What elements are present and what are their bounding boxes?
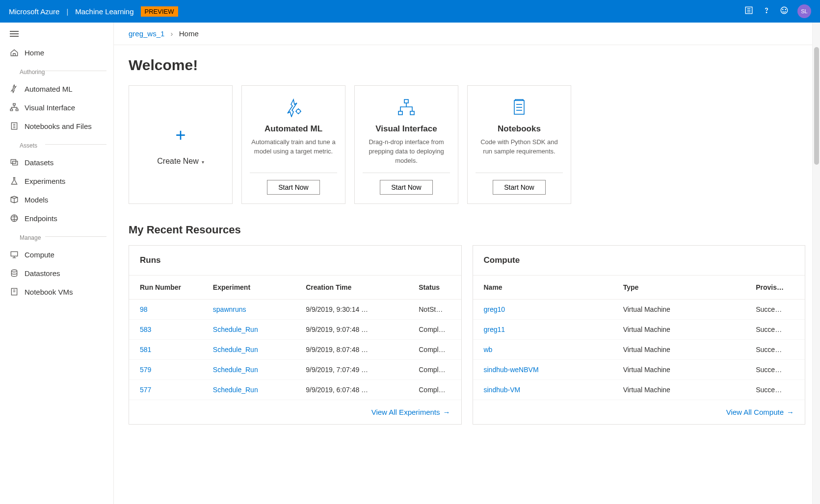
card-visual: Visual Interface Drag-n-drop interface f… bbox=[354, 85, 458, 204]
models-icon bbox=[10, 195, 19, 204]
col-run-number[interactable]: Run Number bbox=[129, 276, 202, 300]
feedback-icon[interactable] bbox=[780, 6, 789, 17]
creation-time-cell: 9/9/2019, 7:07:49 … bbox=[295, 359, 408, 379]
product-label[interactable]: Machine Learning bbox=[75, 7, 133, 16]
compute-prov-cell: Succe… bbox=[745, 319, 805, 339]
card-title: Automated ML bbox=[265, 124, 322, 134]
sidebar-item-notebooks-files[interactable]: Notebooks and Files bbox=[0, 117, 113, 135]
reader-icon[interactable] bbox=[744, 6, 753, 17]
table-row: sindhub-weNBVM Virtual Machine Succe… bbox=[473, 359, 805, 379]
compute-name-link[interactable]: sindhub-VM bbox=[484, 386, 521, 394]
scrollbar[interactable] bbox=[812, 23, 820, 504]
start-now-button[interactable]: Start Now bbox=[267, 180, 319, 195]
col-experiment[interactable]: Experiment bbox=[202, 276, 295, 300]
compute-type-cell: Virtual Machine bbox=[612, 379, 745, 400]
status-cell: Compl… bbox=[408, 359, 461, 379]
card-notebooks: Notebooks Code with Python SDK and run s… bbox=[467, 85, 571, 204]
sidebar-section-manage: Manage bbox=[0, 227, 113, 245]
col-provisioning[interactable]: Provis… bbox=[745, 276, 805, 300]
sidebar-item-label: Automated ML bbox=[25, 85, 73, 93]
table-row: 579 Schedule_Run 9/9/2019, 7:07:49 … Com… bbox=[129, 359, 461, 379]
avatar[interactable]: SL bbox=[797, 4, 811, 18]
sidebar-section-authoring: Authoring bbox=[0, 62, 113, 79]
sidebar-item-endpoints[interactable]: Endpoints bbox=[0, 209, 113, 227]
visual-icon bbox=[397, 98, 416, 117]
help-icon[interactable] bbox=[762, 6, 771, 17]
automl-icon bbox=[10, 84, 19, 93]
plus-icon: + bbox=[175, 126, 185, 144]
sidebar-item-experiments[interactable]: Experiments bbox=[0, 172, 113, 190]
breadcrumb-workspace[interactable]: greg_ws_1 bbox=[129, 29, 164, 38]
table-row: sindhub-VM Virtual Machine Succe… bbox=[473, 379, 805, 400]
sidebar-item-automl[interactable]: Automated ML bbox=[0, 79, 113, 98]
sidebar-item-label: Visual Interface bbox=[25, 103, 75, 112]
view-all-experiments-link[interactable]: View All Experiments→ bbox=[371, 408, 450, 416]
topbar: Microsoft Azure | Machine Learning PREVI… bbox=[0, 0, 820, 23]
compute-name-link[interactable]: greg11 bbox=[484, 326, 505, 333]
compute-name-cell: sindhub-weNBVM bbox=[473, 359, 612, 379]
status-cell: Compl… bbox=[408, 319, 461, 339]
start-now-button[interactable]: Start Now bbox=[493, 180, 545, 195]
compute-name-link[interactable]: greg10 bbox=[484, 305, 505, 313]
table-row: greg11 Virtual Machine Succe… bbox=[473, 319, 805, 339]
creation-time-cell: 9/9/2019, 9:07:48 … bbox=[295, 319, 408, 339]
experiment-link[interactable]: Schedule_Run bbox=[213, 346, 258, 353]
svg-rect-27 bbox=[404, 100, 408, 103]
svg-point-6 bbox=[783, 9, 783, 10]
sidebar-item-notebookvms[interactable]: Notebook VMs bbox=[0, 282, 113, 301]
notebookvms-icon bbox=[10, 287, 19, 296]
run-number-link[interactable]: 583 bbox=[140, 326, 151, 333]
recent-heading: My Recent Resources bbox=[129, 224, 805, 236]
visual-icon bbox=[10, 103, 19, 112]
compute-name-link[interactable]: wb bbox=[484, 346, 493, 353]
experiment-link[interactable]: Schedule_Run bbox=[213, 326, 258, 333]
sidebar-item-label: Home bbox=[25, 49, 44, 57]
sidebar-item-models[interactable]: Models bbox=[0, 190, 113, 209]
col-status[interactable]: Status bbox=[408, 276, 461, 300]
brand-label[interactable]: Microsoft Azure bbox=[9, 7, 59, 16]
compute-prov-cell: Succe… bbox=[745, 339, 805, 359]
run-number-cell: 577 bbox=[129, 379, 202, 400]
svg-point-22 bbox=[11, 270, 17, 272]
sidebar-item-compute[interactable]: Compute bbox=[0, 245, 113, 264]
creation-time-cell: 9/9/2019, 8:07:48 … bbox=[295, 339, 408, 359]
card-create-new[interactable]: + Create New▾ bbox=[129, 85, 233, 204]
experiment-link[interactable]: spawnruns bbox=[213, 305, 246, 313]
view-all-compute-link[interactable]: View All Compute→ bbox=[726, 408, 794, 416]
sidebar-item-visual[interactable]: Visual Interface bbox=[0, 98, 113, 117]
panel-title: Runs bbox=[129, 246, 461, 276]
run-number-link[interactable]: 98 bbox=[140, 305, 148, 313]
compute-prov-cell: Succe… bbox=[745, 379, 805, 400]
compute-name-cell: greg10 bbox=[473, 299, 612, 319]
svg-rect-8 bbox=[13, 103, 16, 105]
creation-time-cell: 9/9/2019, 6:07:48 … bbox=[295, 379, 408, 400]
col-name[interactable]: Name bbox=[473, 276, 612, 300]
compute-name-link[interactable]: sindhub-weNBVM bbox=[484, 366, 539, 374]
experiment-cell: spawnruns bbox=[202, 299, 295, 319]
compute-name-cell: wb bbox=[473, 339, 612, 359]
run-number-link[interactable]: 577 bbox=[140, 386, 151, 394]
run-number-cell: 579 bbox=[129, 359, 202, 379]
sidebar-item-datasets[interactable]: Datasets bbox=[0, 153, 113, 172]
hamburger-icon[interactable] bbox=[0, 27, 113, 43]
panel-runs: Runs Run Number Experiment Creation Time… bbox=[129, 245, 462, 425]
sidebar-item-home[interactable]: Home bbox=[0, 43, 113, 62]
run-number-cell: 581 bbox=[129, 339, 202, 359]
breadcrumb-current: Home bbox=[179, 29, 199, 38]
panel-compute: Compute Name Type Provis… greg10 Virtual… bbox=[473, 245, 806, 425]
runs-table: Run Number Experiment Creation Time Stat… bbox=[129, 276, 461, 400]
table-row: greg10 Virtual Machine Succe… bbox=[473, 299, 805, 319]
run-number-link[interactable]: 581 bbox=[140, 346, 151, 353]
sidebar-item-label: Endpoints bbox=[25, 214, 57, 223]
experiment-link[interactable]: Schedule_Run bbox=[213, 386, 258, 394]
breadcrumb: greg_ws_1 › Home bbox=[114, 23, 820, 45]
compute-name-cell: sindhub-VM bbox=[473, 379, 612, 400]
sidebar-item-datastores[interactable]: Datastores bbox=[0, 264, 113, 282]
col-creation-time[interactable]: Creation Time bbox=[295, 276, 408, 300]
col-type[interactable]: Type bbox=[612, 276, 745, 300]
svg-point-4 bbox=[766, 12, 767, 13]
experiment-link[interactable]: Schedule_Run bbox=[213, 366, 258, 374]
run-number-link[interactable]: 579 bbox=[140, 366, 151, 374]
welcome-cards: + Create New▾ Automated ML Automatically… bbox=[129, 85, 805, 204]
start-now-button[interactable]: Start Now bbox=[380, 180, 432, 195]
